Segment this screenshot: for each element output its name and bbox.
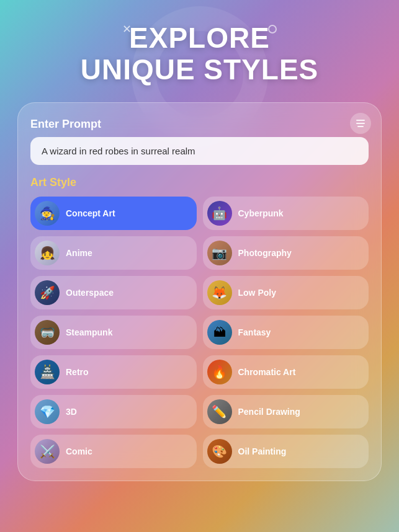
style-name-oil-painting: Oil Painting [238, 446, 287, 456]
page-title: EXPLORE UNIQUE STYLES [12, 22, 387, 85]
style-icon-low-poly: 🦊 [207, 280, 232, 305]
style-icon-cyberpunk: 🤖 [207, 201, 232, 226]
art-style-label: Art Style [30, 176, 369, 189]
style-icon-3d: 💎 [35, 399, 60, 424]
style-name-retro: Retro [66, 367, 89, 377]
style-icon-steampunk: 🥽 [35, 320, 60, 345]
style-icon-concept-art: 🧙 [35, 201, 60, 226]
style-icon-photography: 📷 [207, 241, 232, 265]
style-btn-outerspace[interactable]: 🚀Outerspace [30, 276, 197, 309]
style-icon-anime: 👧 [35, 241, 60, 265]
style-icon-chromatic-art: 🔥 [207, 360, 232, 384]
style-btn-cyberpunk[interactable]: 🤖Cyberpunk [203, 197, 369, 230]
style-icon-oil-painting: 🎨 [207, 439, 232, 464]
menu-button[interactable] [350, 113, 371, 134]
style-icon-pencil-drawing: ✏️ [207, 399, 232, 424]
style-name-low-poly: Low Poly [238, 288, 276, 298]
header: ✕ EXPLORE UNIQUE STYLES [0, 0, 399, 97]
style-name-photography: Photography [238, 248, 292, 258]
style-btn-pencil-drawing[interactable]: ✏️Pencil Drawing [203, 395, 369, 428]
style-btn-steampunk[interactable]: 🥽Steampunk [30, 316, 197, 349]
main-card: Enter Prompt Art Style 🧙Concept Art🤖Cybe… [17, 102, 382, 481]
style-name-steampunk: Steampunk [66, 327, 112, 337]
style-icon-retro: 🏯 [35, 360, 60, 384]
style-name-fantasy: Fantasy [238, 327, 271, 337]
style-name-3d: 3D [66, 407, 77, 417]
style-name-outerspace: Outerspace [66, 288, 114, 298]
style-btn-3d[interactable]: 💎3D [30, 395, 197, 428]
style-icon-fantasy: 🏔 [207, 320, 232, 345]
style-btn-oil-painting[interactable]: 🎨Oil Painting [203, 435, 369, 468]
style-btn-fantasy[interactable]: 🏔Fantasy [203, 316, 369, 349]
style-btn-anime[interactable]: 👧Anime [30, 236, 197, 270]
style-btn-concept-art[interactable]: 🧙Concept Art [30, 197, 197, 230]
style-name-comic: Comic [66, 446, 92, 456]
style-name-anime: Anime [66, 248, 92, 258]
style-name-chromatic-art: Chromatic Art [238, 367, 296, 377]
prompt-input[interactable] [30, 137, 369, 165]
styles-grid: 🧙Concept Art🤖Cyberpunk👧Anime📷Photography… [30, 197, 369, 468]
style-name-pencil-drawing: Pencil Drawing [238, 407, 300, 417]
style-name-cyberpunk: Cyberpunk [238, 208, 284, 218]
prompt-label: Enter Prompt [30, 118, 369, 131]
style-btn-photography[interactable]: 📷Photography [203, 236, 369, 270]
style-icon-comic: ⚔️ [35, 439, 60, 464]
style-icon-outerspace: 🚀 [35, 280, 60, 305]
style-btn-retro[interactable]: 🏯Retro [30, 355, 197, 389]
style-btn-chromatic-art[interactable]: 🔥Chromatic Art [203, 355, 369, 389]
style-btn-comic[interactable]: ⚔️Comic [30, 435, 197, 468]
style-name-concept-art: Concept Art [66, 208, 115, 218]
style-btn-low-poly[interactable]: 🦊Low Poly [203, 276, 369, 309]
